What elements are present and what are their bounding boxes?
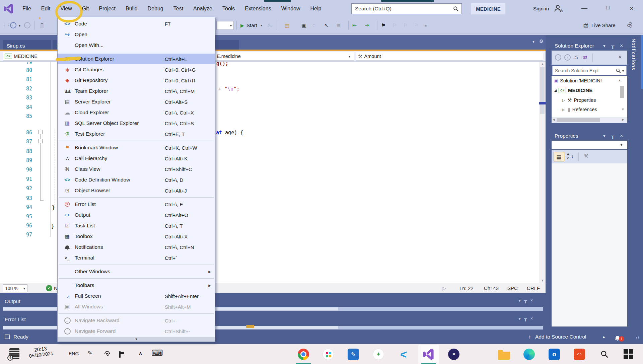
menubar-item-analyze[interactable]: Analyze [188,6,217,12]
taskbar-app-chrome[interactable] [293,345,314,364]
tree-item-references[interactable]: ▷ ⣿ References ▼ [562,107,597,112]
member-dropdown[interactable]: ⚒ Amount [356,52,543,61]
output-panel-title[interactable]: Output [5,298,20,304]
pin-icon[interactable]: ┰ [611,43,614,49]
minimize-button[interactable]: — [578,5,591,12]
menu-item-other-windows[interactable]: Other Windows▶ [58,266,215,277]
sign-in-button[interactable]: Sign in [533,6,549,12]
scroll-left-icon[interactable]: ◀ [553,118,555,121]
collapsed-icon[interactable]: ▷ [562,98,565,102]
menu-item-toolbars[interactable]: Toolbars▶ [58,280,215,291]
expanded-icon[interactable]: ◢ [554,89,557,92]
menu-item-open[interactable]: ↪Open [58,29,215,40]
menu-item-solution-explorer[interactable]: ▣Solution ExplorerCtrl+Alt+L [58,54,215,64]
tree-item-properties[interactable]: ▷ ⚒ Properties [562,97,596,103]
maximize-button[interactable]: □ [601,5,615,11]
taskbar-app-vscode[interactable]: < [393,345,414,364]
toolbar-drag-handle[interactable]: ⋮⋮ [2,17,11,33]
menu-item-code[interactable]: <>CodeF7 [58,18,215,29]
pin-icon[interactable]: ┰ [524,316,530,321]
taskbar-clock[interactable]: 20:13 05/10/2021 [21,344,61,360]
language-indicator[interactable]: ENG [69,351,79,356]
properties-object-dropdown[interactable]: ▾ [552,141,627,149]
user-account-icon[interactable] [554,5,560,12]
taskbar-app-notes[interactable]: ✎ [343,345,364,364]
navigate-back-icon[interactable]: ← [10,17,16,33]
close-icon[interactable]: × [530,298,536,303]
tree-scrollbar-thumb[interactable] [620,86,624,98]
taskbar-search[interactable] [594,345,615,364]
menu-item-cloud-explorer[interactable]: ☁Cloud ExplorerCtrl+\, Ctrl+X [58,107,215,118]
zoom-level-dropdown[interactable]: 108 %▾ [3,284,27,292]
toolbar-overflow-icon[interactable]: » [619,54,622,60]
toolbar-overflow-icon[interactable]: ≡ [425,17,427,33]
switch-views-icon[interactable]: ⇄ [583,54,587,60]
taskbar-app-explorer[interactable] [494,345,514,364]
taskbar-app-outlook[interactable]: o [544,345,565,364]
source-control-caret-icon[interactable]: ▲ [602,335,605,339]
code-health-icon[interactable]: ✓ [46,285,52,291]
dropdown-icon[interactable]: ▾ [518,298,524,303]
menu-item-open-with[interactable]: Open With... [58,40,215,51]
menubar-item-help[interactable]: Help [305,6,327,12]
taskbar-app-green[interactable]: ✦ [368,345,389,364]
scroll-right-icon[interactable]: ▶ [622,118,624,121]
next-bookmark-icon[interactable]: ⚐ [403,17,408,33]
fold-collapse-icon[interactable]: − [38,130,43,134]
menu-item-git-changes[interactable]: ◈Git ChangesCtrl+0, Ctrl+G [58,64,215,75]
menu-item-terminal[interactable]: >_TerminalCtrl+` [58,252,215,263]
close-icon[interactable]: × [620,43,623,49]
tab-list-dropdown-icon[interactable]: ▼ [532,40,535,44]
add-to-source-control-button[interactable]: Add to Source Control [535,334,586,340]
taskbar-app-globe[interactable] [469,345,489,364]
pin-icon[interactable]: ┰ [524,298,530,303]
battery-icon[interactable] [119,351,121,358]
menubar-item-edit[interactable]: Edit [36,6,56,12]
forward-icon[interactable]: › [564,54,571,61]
taskbar-start-button[interactable] [618,345,639,364]
taskbar-app-office[interactable]: ◠ [569,345,590,364]
taskbar-app-edge[interactable] [519,345,540,364]
menu-item-object-browser[interactable]: ⊡Object BrowserCtrl+Alt+J [58,185,215,196]
line-ending-indicator[interactable]: CRLF [527,285,540,291]
menubar-item-build[interactable]: Build [121,6,143,12]
menu-item-bookmark-window[interactable]: ⚑Bookmark WindowCtrl+K, Ctrl+W [58,142,215,153]
menu-item-sql-server-object-explorer[interactable]: ▥SQL Server Object ExplorerCtrl+\, Ctrl+… [58,118,215,129]
scroll-down-icon[interactable]: ▼ [621,107,625,111]
property-pages-wrench-icon[interactable]: ⚒ [584,153,588,159]
live-share-icon[interactable]: 🖄 [583,17,588,33]
search-input[interactable]: Search (Ctrl+Q) [351,3,462,14]
search-options-caret-icon[interactable]: ▾ [622,69,624,73]
scroll-up-icon[interactable]: ▲ [539,62,546,66]
spaces-indicator[interactable]: SPC [507,285,518,291]
taskbar-app-eclipse[interactable]: ≡ [443,345,464,364]
menubar-item-debug[interactable]: Debug [143,6,168,12]
indent-increase-icon[interactable]: ⇥ [365,17,369,33]
live-share-label[interactable]: Live Share [591,17,616,33]
menubar-item-extensions[interactable]: Extensions [240,6,276,12]
indent-decrease-icon[interactable]: ⇤ [352,17,357,33]
dropdown-icon[interactable]: ▼ [602,134,606,138]
menu-item-notifications[interactable]: NotificationsCtrl+\, Ctrl+N [58,242,215,252]
menu-item-code-definition-window[interactable]: <>Code Definition WindowCtrl+\, D [58,174,215,185]
editor-vertical-scrollbar[interactable]: ▲ ▼ [539,62,546,283]
home-icon[interactable]: ⌂ [574,54,578,61]
resize-grip-icon[interactable]: ⣴ [636,334,639,340]
back-icon[interactable]: ‹ [555,54,561,61]
menu-item-test-explorer[interactable]: ⚗Test ExplorerCtrl+E, T [58,129,215,139]
menu-item-class-view[interactable]: ⌘Class ViewCtrl+Shift+C [58,164,215,174]
menu-item-task-list[interactable]: ☑Task ListCtrl+\, T [58,220,215,231]
menubar-item-test[interactable]: Test [168,6,188,12]
menubar-item-project[interactable]: Project [94,6,121,12]
collapsed-icon[interactable]: ▷ [562,108,565,112]
pen-input-icon[interactable]: ✎ [87,349,93,357]
tree-item-solution[interactable]: ▣ Solution 'MEDICINI ▲ [554,78,602,83]
taskbar-app-slack[interactable] [318,345,339,364]
profiler-flame-icon[interactable]: ♨ [267,17,272,33]
scrollbar-thumb[interactable] [557,118,600,122]
line-indicator[interactable]: Ln: 22 [459,285,474,291]
menubar-item-window[interactable]: Window [276,6,305,12]
touch-keyboard-icon[interactable]: ⌨ [151,348,163,358]
scroll-up-icon[interactable]: ▲ [618,78,621,82]
document-outline-icon[interactable]: ≣ [336,17,341,33]
